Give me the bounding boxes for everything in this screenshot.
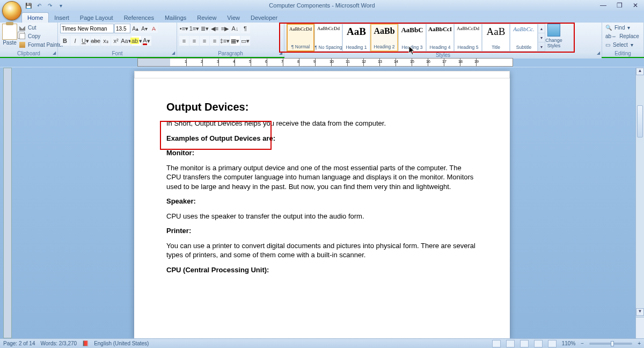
style-name: Subtitle	[516, 45, 531, 50]
strikethrough-button[interactable]: abc	[91, 36, 100, 46]
grow-font-icon[interactable]: A▴	[131, 24, 140, 33]
qat-more-icon[interactable]: ▾	[57, 2, 64, 9]
zoom-value[interactable]: 110%	[562, 340, 576, 346]
window-title: Computer Components - Microsoft Word	[269, 2, 375, 9]
styles-row-up-icon[interactable]: ▴	[538, 24, 545, 33]
browse-object-buttons[interactable]	[636, 317, 644, 338]
tab-mailings[interactable]: Mailings	[159, 13, 192, 23]
tab-insert[interactable]: Insert	[49, 13, 75, 23]
redo-icon[interactable]: ↷	[46, 2, 54, 9]
quick-access-toolbar: 💾 ↶ ↷ ▾	[25, 2, 64, 9]
scroll-down-button[interactable]: ▼	[636, 308, 644, 316]
style-heading-2[interactable]: AaBbHeading 2	[370, 24, 398, 52]
status-words[interactable]: Words: 2/3,270	[41, 340, 77, 346]
document-page[interactable]: Output Devices: In Short, Output Devices…	[134, 71, 510, 338]
horizontal-ruler[interactable]: 12345678910111213141516171819	[137, 58, 513, 67]
style-title[interactable]: AaBTitle	[482, 24, 510, 52]
style-heading-5[interactable]: AaBbCcDdHeading 5	[454, 24, 482, 52]
align-left-button[interactable]: ≡	[179, 36, 189, 46]
style-heading-1[interactable]: AaBHeading 1	[342, 24, 370, 52]
zoom-slider[interactable]	[589, 343, 632, 345]
maximize-button[interactable]: ❐	[614, 2, 625, 9]
underline-button[interactable]: U▾	[80, 36, 90, 46]
replace-button[interactable]: ab↔ Replace	[604, 32, 641, 40]
style--no-spacing[interactable]: AaBbCcDd¶ No Spacing	[314, 24, 342, 52]
select-button[interactable]: ▭ Select ▾	[604, 41, 641, 49]
highlight-button[interactable]: ab▾	[131, 36, 141, 46]
minimize-button[interactable]: —	[598, 2, 609, 9]
style--normal[interactable]: AaBbCcDd¶ Normal	[287, 24, 314, 52]
style-preview: AaBb	[374, 26, 394, 36]
change-styles-button[interactable]: ChangeStyles	[545, 24, 562, 48]
justify-button[interactable]: ≡	[210, 36, 219, 46]
numbering-button[interactable]: 1≡▾	[189, 24, 199, 33]
paragraph-text: Printer:	[166, 226, 478, 236]
full-screen-view-icon[interactable]	[506, 340, 515, 347]
status-language[interactable]: English (United States)	[94, 340, 149, 346]
increase-indent-button[interactable]: ≡▶	[220, 24, 230, 33]
tab-review[interactable]: Review	[192, 13, 222, 23]
style-name: Heading 3	[402, 45, 423, 50]
tab-references[interactable]: References	[119, 13, 159, 23]
font-size-select[interactable]	[114, 24, 130, 33]
clear-formatting-icon[interactable]: A̶	[149, 24, 158, 33]
shrink-font-icon[interactable]: A▾	[140, 24, 149, 33]
show-marks-button[interactable]: ¶	[240, 24, 250, 33]
vertical-scrollbar[interactable]: ▲ ▼	[635, 68, 644, 338]
web-layout-view-icon[interactable]	[520, 340, 529, 347]
draft-view-icon[interactable]	[548, 340, 557, 347]
align-right-button[interactable]: ≡	[200, 36, 209, 46]
italic-button[interactable]: I	[70, 36, 80, 46]
scroll-up-button[interactable]: ▲	[636, 68, 644, 75]
font-name-select[interactable]	[60, 24, 114, 33]
paragraph-launcher-icon[interactable]: ◢	[279, 50, 282, 55]
horizontal-ruler-area: 12345678910111213141516171819	[0, 58, 644, 67]
outline-view-icon[interactable]	[534, 340, 543, 347]
change-case-button[interactable]: Aa▾	[121, 36, 131, 46]
paste-label: Paste	[2, 40, 17, 46]
print-layout-view-icon[interactable]	[492, 340, 501, 347]
style-preview: AaB	[347, 26, 366, 38]
styles-more-icon[interactable]: ▾	[538, 42, 545, 51]
office-button[interactable]	[2, 1, 21, 20]
find-button[interactable]: 🔍 Find ▾	[604, 24, 641, 32]
subscript-button[interactable]: x₂	[101, 36, 111, 46]
style-name: Heading 1	[346, 45, 367, 50]
style-preview: AaB	[487, 26, 506, 38]
zoom-in-button[interactable]: +	[638, 340, 641, 346]
font-color-button[interactable]: A▾	[142, 36, 151, 46]
tab-view[interactable]: View	[222, 13, 245, 23]
decrease-indent-button[interactable]: ◀≡	[210, 24, 219, 33]
clipboard-launcher-icon[interactable]: ◢	[53, 50, 56, 55]
paste-button[interactable]: Paste	[2, 24, 17, 46]
multilevel-button[interactable]: ≣▾	[200, 24, 209, 33]
tab-page-layout[interactable]: Page Layout	[75, 13, 119, 23]
borders-button[interactable]: ▭▾	[240, 36, 250, 46]
tab-home[interactable]: Home	[21, 12, 49, 23]
line-spacing-button[interactable]: ‡≡▾	[220, 36, 230, 46]
font-launcher-icon[interactable]: ◢	[172, 50, 175, 55]
zoom-out-button[interactable]: −	[581, 340, 584, 346]
style-heading-4[interactable]: AaBbCcIHeading 4	[426, 24, 454, 52]
style-subtitle[interactable]: AaBbCc.Subtitle	[510, 24, 538, 52]
close-button[interactable]: ✕	[630, 2, 641, 9]
ribbon-tabs: HomeInsertPage LayoutReferencesMailingsR…	[0, 11, 644, 23]
paragraph-text: Examples of Output Devices are:	[166, 134, 478, 143]
styles-scroll[interactable]: ▴▾▾	[538, 24, 545, 52]
styles-row-down-icon[interactable]: ▾	[538, 33, 545, 42]
style-heading-3[interactable]: AaBbCHeading 3	[398, 24, 426, 52]
styles-launcher-icon[interactable]: ◢	[597, 50, 600, 55]
bold-button[interactable]: B	[60, 36, 70, 46]
vertical-ruler[interactable]	[3, 68, 12, 338]
align-center-button[interactable]: ≡	[189, 36, 199, 46]
sort-button[interactable]: A↓	[230, 24, 240, 33]
proofing-icon[interactable]: 📕	[82, 340, 89, 346]
undo-icon[interactable]: ↶	[35, 2, 43, 9]
tab-developer[interactable]: Developer	[245, 13, 283, 23]
scroll-thumb[interactable]	[637, 105, 643, 137]
bullets-button[interactable]: •≡▾	[179, 24, 189, 33]
superscript-button[interactable]: x²	[111, 36, 121, 46]
shading-button[interactable]: ▦▾	[230, 36, 240, 46]
save-icon[interactable]: 💾	[25, 2, 32, 9]
status-page[interactable]: Page: 2 of 14	[3, 340, 35, 346]
